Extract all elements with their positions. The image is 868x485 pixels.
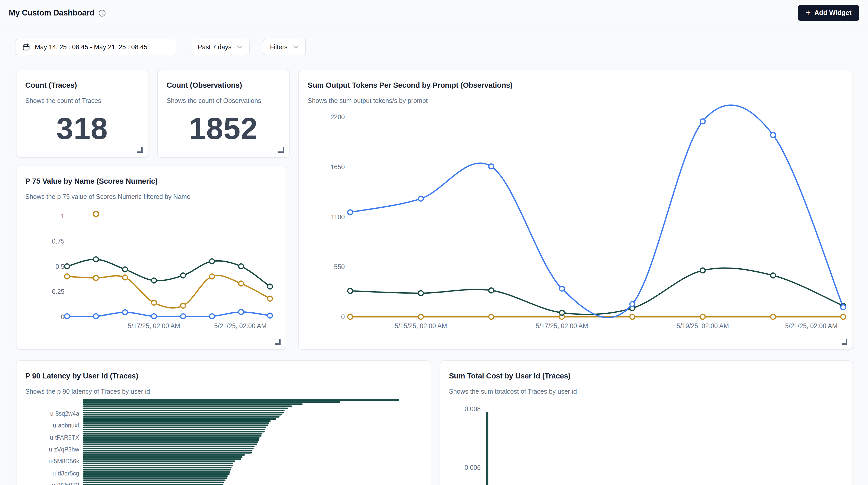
date-range-picker[interactable]: May 14, 25 : 08:45 - May 21, 25 : 08:45	[15, 39, 178, 55]
count-observations-value: 1852	[158, 111, 289, 146]
svg-text:0.25: 0.25	[52, 288, 64, 295]
svg-text:550: 550	[334, 263, 345, 270]
chevron-down-icon	[237, 46, 242, 49]
svg-text:0.006: 0.006	[464, 464, 481, 471]
svg-text:5/19/25, 02:00 AM: 5/19/25, 02:00 AM	[677, 322, 729, 329]
resize-handle-icon[interactable]	[842, 339, 847, 345]
add-widget-label: Add Widget	[814, 9, 851, 17]
filter-toolbar: May 14, 25 : 08:45 - May 21, 25 : 08:45 …	[15, 39, 306, 55]
widget-p90-latency: P 90 Latency by User Id (Traces) Shows t…	[16, 360, 431, 485]
cost-bar-chart[interactable]: 0.0080.006	[440, 361, 853, 485]
resize-handle-icon[interactable]	[137, 147, 143, 153]
svg-text:0.75: 0.75	[52, 238, 64, 245]
widget-title: Count (Observations)	[166, 81, 242, 90]
svg-text:u-tFAR5TX: u-tFAR5TX	[50, 434, 79, 441]
widget-count-observations: Count (Observations) Shows the count of …	[157, 70, 289, 158]
plus-icon: +	[806, 8, 811, 17]
resize-handle-icon[interactable]	[278, 147, 284, 153]
svg-text:0: 0	[61, 313, 64, 321]
svg-text:1650: 1650	[330, 163, 345, 171]
svg-text:2200: 2200	[330, 113, 345, 120]
svg-text:1: 1	[61, 212, 64, 219]
date-range-value: May 14, 25 : 08:45 - May 21, 25 : 08:45	[35, 43, 147, 51]
svg-text:u-d3qr5cg: u-d3qr5cg	[52, 470, 79, 477]
info-icon[interactable]	[98, 9, 106, 17]
svg-text:0.5: 0.5	[56, 263, 64, 270]
calendar-icon	[22, 43, 30, 51]
tokens-line-chart[interactable]: 05501100165022005/15/25, 02:00 AM5/17/25…	[299, 70, 853, 350]
widget-p75-scores: P 75 Value by Name (Scores Numeric) Show…	[16, 165, 286, 350]
widget-tokens-per-second: Sum Output Tokens Per Second by Prompt (…	[298, 70, 853, 350]
svg-text:u-zVqP3hw: u-zVqP3hw	[49, 446, 79, 453]
svg-text:0.008: 0.008	[464, 405, 481, 413]
svg-text:5/21/25, 02:00 AM: 5/21/25, 02:00 AM	[785, 322, 838, 329]
filters-button[interactable]: Filters	[263, 39, 306, 55]
resize-handle-icon[interactable]	[275, 339, 281, 345]
widget-count-traces: Count (Traces) Shows the count of Traces…	[16, 70, 148, 158]
svg-text:1100: 1100	[331, 213, 345, 220]
svg-text:5/15/25, 02:00 AM: 5/15/25, 02:00 AM	[395, 322, 447, 329]
svg-text:u-8sq2w4a: u-8sq2w4a	[50, 410, 79, 417]
widget-subtitle: Shows the count of Traces	[25, 97, 101, 104]
page-header: My Custom Dashboard + Add Widget	[0, 0, 868, 26]
svg-text:u-aobnuxf: u-aobnuxf	[53, 422, 80, 429]
svg-text:u-5M8D56k: u-5M8D56k	[49, 458, 79, 465]
svg-text:5/21/25, 02:00 AM: 5/21/25, 02:00 AM	[214, 322, 267, 329]
svg-text:5/17/25, 02:00 AM: 5/17/25, 02:00 AM	[536, 322, 588, 329]
widget-total-cost: Sum Total Cost by User Id (Traces) Shows…	[440, 360, 853, 485]
filters-label: Filters	[270, 43, 287, 51]
range-preset-select[interactable]: Past 7 days	[191, 39, 250, 55]
svg-text:0: 0	[341, 313, 345, 321]
range-preset-value: Past 7 days	[198, 43, 231, 51]
page-title: My Custom Dashboard	[9, 8, 94, 18]
svg-text:u-8fVa9T3: u-8fVa9T3	[52, 482, 79, 485]
p75-line-chart[interactable]: 00.250.50.7515/17/25, 02:00 AM5/21/25, 0…	[17, 166, 286, 350]
p90-bar-chart[interactable]: u-8sq2w4au-aobnuxfu-tFAR5TXu-zVqP3hwu-5M…	[17, 361, 431, 485]
svg-text:5/17/25, 02:00 AM: 5/17/25, 02:00 AM	[128, 322, 180, 329]
widget-subtitle: Shows the count of Observations	[166, 97, 261, 104]
chevron-down-icon	[293, 46, 299, 49]
add-widget-button[interactable]: + Add Widget	[798, 5, 859, 21]
count-traces-value: 318	[17, 111, 148, 146]
widget-title: Count (Traces)	[25, 81, 77, 90]
